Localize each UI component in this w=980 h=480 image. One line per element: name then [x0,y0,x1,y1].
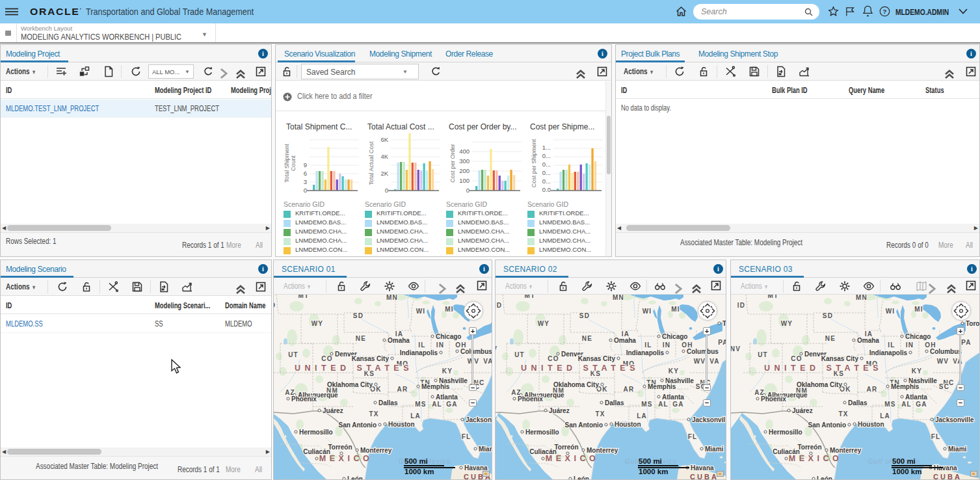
svg-text:3: 3 [304,178,307,185]
svg-text:?: ? [883,8,887,15]
svg-text:400: 400 [459,148,470,155]
svg-text:6K: 6K [380,136,388,143]
svg-text:0.0: 0.0 [542,186,551,193]
svg-text:Cost per Shipment: Cost per Shipment [531,139,537,187]
svg-text:1...: 1... [542,144,551,151]
svg-text:300: 300 [459,157,470,165]
svg-text:200: 200 [459,167,470,174]
svg-text:0...: 0... [542,152,551,159]
svg-text:100: 100 [459,177,470,184]
svg-text:Total Shipment: Total Shipment [284,144,290,183]
svg-text:0: 0 [466,187,470,194]
svg-text:4K: 4K [380,153,388,160]
svg-text:Total Actual Cost: Total Actual Cost [368,141,375,185]
svg-text:9: 9 [304,161,307,168]
svg-text:0...: 0... [542,178,551,185]
svg-text:6: 6 [304,170,307,177]
svg-text:0...: 0... [542,161,551,168]
svg-text:2K: 2K [380,170,388,177]
svg-text:0: 0 [385,187,388,194]
svg-text:Count: Count [290,155,297,172]
svg-text:0...: 0... [542,169,551,176]
svg-text:Cost per Order: Cost per Order [449,144,456,183]
svg-text:0: 0 [304,187,307,194]
